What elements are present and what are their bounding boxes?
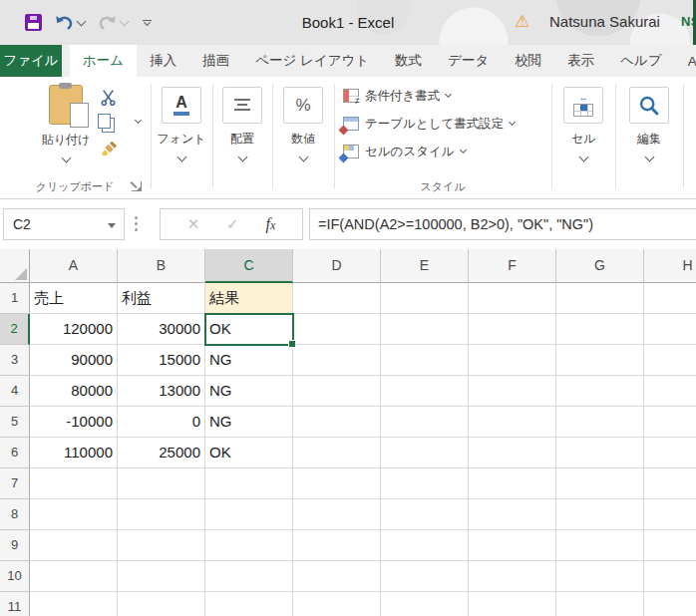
cell-E10[interactable] bbox=[381, 561, 469, 592]
cell-A1[interactable]: 売上 bbox=[30, 283, 118, 314]
cell-H8[interactable] bbox=[644, 499, 696, 530]
column-header-B[interactable]: B bbox=[118, 249, 205, 283]
undo-button[interactable] bbox=[55, 14, 85, 31]
row-header-2[interactable]: 2 bbox=[0, 314, 30, 345]
tab-校閲[interactable]: 校閲 bbox=[502, 45, 554, 77]
cell-C11[interactable] bbox=[205, 592, 293, 616]
cell-D1[interactable] bbox=[293, 283, 381, 314]
font-group-button[interactable]: A フォント bbox=[152, 77, 211, 160]
name-box[interactable]: C2 bbox=[3, 208, 125, 240]
cell-E9[interactable] bbox=[381, 530, 469, 561]
row-header-8[interactable]: 8 bbox=[0, 499, 30, 530]
cell-G5[interactable] bbox=[556, 407, 644, 438]
copy-icon[interactable] bbox=[102, 118, 115, 133]
cell-C8[interactable] bbox=[205, 499, 293, 530]
cell-B5[interactable]: 0 bbox=[118, 407, 205, 438]
cell-F10[interactable] bbox=[469, 561, 556, 592]
styles-menu-item[interactable]: テーブルとして書式設定 bbox=[343, 114, 515, 134]
cell-H1[interactable] bbox=[644, 283, 696, 314]
row-header-1[interactable]: 1 bbox=[0, 283, 30, 314]
cell-C3[interactable]: NG bbox=[205, 345, 293, 376]
fill-handle[interactable] bbox=[288, 340, 296, 348]
cell-F3[interactable] bbox=[469, 345, 556, 376]
formula-bar-grip[interactable] bbox=[135, 216, 138, 231]
row-header-3[interactable]: 3 bbox=[0, 345, 30, 376]
tab-数式[interactable]: 数式 bbox=[382, 45, 435, 77]
cell-B2[interactable]: 30000 bbox=[118, 314, 205, 345]
column-header-E[interactable]: E bbox=[381, 249, 469, 283]
chevron-down-icon[interactable] bbox=[135, 117, 142, 124]
dialog-launcher-icon[interactable] bbox=[132, 181, 142, 191]
cell-G1[interactable] bbox=[556, 283, 644, 314]
cell-C5[interactable]: NG bbox=[205, 407, 293, 438]
insert-function-button[interactable]: fx bbox=[265, 215, 275, 233]
cell-B6[interactable]: 25000 bbox=[118, 438, 205, 468]
cell-D3[interactable] bbox=[293, 345, 381, 376]
cell-G2[interactable] bbox=[556, 314, 644, 345]
tab-ページ レイアウト[interactable]: ページ レイアウト bbox=[242, 45, 382, 77]
redo-button[interactable] bbox=[98, 14, 128, 31]
cell-D11[interactable] bbox=[293, 592, 381, 616]
cell-B3[interactable]: 15000 bbox=[118, 345, 205, 376]
cell-B10[interactable] bbox=[118, 561, 205, 592]
cell-B8[interactable] bbox=[118, 499, 205, 530]
cells-group-button[interactable]: ↔ セル bbox=[552, 77, 614, 160]
cell-H4[interactable] bbox=[644, 376, 696, 407]
cell-G3[interactable] bbox=[556, 345, 644, 376]
cell-A2[interactable]: 120000 bbox=[30, 314, 118, 345]
tab-ホーム[interactable]: ホーム bbox=[70, 45, 137, 77]
cell-C9[interactable] bbox=[205, 530, 293, 561]
cell-H11[interactable] bbox=[644, 592, 696, 616]
cell-A9[interactable] bbox=[30, 530, 118, 561]
cell-H2[interactable] bbox=[644, 314, 696, 345]
format-painter-icon[interactable] bbox=[101, 142, 117, 157]
cell-F5[interactable] bbox=[469, 407, 556, 438]
cell-C2[interactable]: OK bbox=[205, 314, 293, 345]
cell-F1[interactable] bbox=[469, 283, 556, 314]
cut-scissors-icon[interactable] bbox=[100, 89, 117, 106]
cell-F8[interactable] bbox=[469, 499, 556, 530]
row-header-6[interactable]: 6 bbox=[0, 438, 30, 468]
tab-データ[interactable]: データ bbox=[435, 45, 502, 77]
cell-H5[interactable] bbox=[644, 407, 696, 438]
cell-F6[interactable] bbox=[469, 438, 556, 468]
cell-D8[interactable] bbox=[293, 499, 381, 530]
cell-D4[interactable] bbox=[293, 376, 381, 407]
number-group-button[interactable]: % 数値 bbox=[273, 77, 333, 160]
column-header-H[interactable]: H bbox=[644, 249, 696, 283]
row-header-4[interactable]: 4 bbox=[0, 376, 30, 407]
cell-B1[interactable]: 利益 bbox=[118, 283, 205, 314]
cell-G10[interactable] bbox=[556, 561, 644, 592]
cell-D2[interactable] bbox=[293, 314, 381, 345]
column-header-F[interactable]: F bbox=[469, 249, 556, 283]
select-all-corner[interactable] bbox=[0, 249, 30, 283]
cell-D7[interactable] bbox=[293, 468, 381, 499]
customize-quick-access-toolbar-button[interactable] bbox=[143, 20, 152, 26]
tab-ヘルプ[interactable]: ヘルプ bbox=[607, 45, 674, 77]
row-header-11[interactable]: 11 bbox=[0, 592, 30, 616]
cell-F2[interactable] bbox=[469, 314, 556, 345]
paste-button[interactable]: 貼り付け bbox=[26, 85, 106, 161]
cell-E3[interactable] bbox=[381, 345, 469, 376]
tab-描画[interactable]: 描画 bbox=[189, 45, 242, 77]
cell-D9[interactable] bbox=[293, 530, 381, 561]
cell-G4[interactable] bbox=[556, 376, 644, 407]
tab-Acro[interactable]: Acro bbox=[675, 45, 696, 77]
cancel-button[interactable]: ✕ bbox=[187, 215, 200, 233]
row-header-5[interactable]: 5 bbox=[0, 407, 30, 438]
row-header-9[interactable]: 9 bbox=[0, 530, 30, 561]
cell-B11[interactable] bbox=[118, 592, 205, 616]
column-header-G[interactable]: G bbox=[556, 249, 644, 283]
cell-E1[interactable] bbox=[381, 283, 469, 314]
cell-E5[interactable] bbox=[381, 407, 469, 438]
cell-F9[interactable] bbox=[469, 530, 556, 561]
cell-A10[interactable] bbox=[30, 561, 118, 592]
cell-H10[interactable] bbox=[644, 561, 696, 592]
dropdown-arrow-icon[interactable] bbox=[108, 223, 116, 228]
cell-G9[interactable] bbox=[556, 530, 644, 561]
cell-F4[interactable] bbox=[469, 376, 556, 407]
cell-A4[interactable]: 80000 bbox=[30, 376, 118, 407]
cell-A6[interactable]: 110000 bbox=[30, 438, 118, 468]
tab-file[interactable]: ファイル bbox=[0, 45, 62, 77]
cell-D5[interactable] bbox=[293, 407, 381, 438]
